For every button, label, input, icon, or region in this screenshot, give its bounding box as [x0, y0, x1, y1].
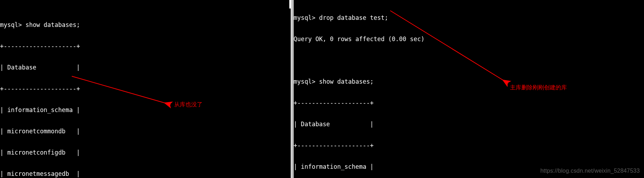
terminal-line: +--------------------+ [294, 99, 644, 106]
terminal-line [294, 57, 644, 64]
terminal-line: | micronetconfigdb | [0, 149, 291, 156]
terminal-line: Query OK, 0 rows affected (0.00 sec) [294, 35, 644, 43]
left-terminal-pane[interactable]: mysql> show databases; +----------------… [0, 0, 291, 178]
terminal-line: mysql> drop database test; [294, 14, 644, 21]
terminal-line: mysql> show databases; [0, 21, 291, 28]
terminal-line: | Database | [294, 121, 644, 128]
terminal-line: +--------------------+ [294, 142, 644, 149]
terminal-line: mysql> show databases; [294, 78, 644, 85]
terminal-line: +--------------------+ [0, 85, 291, 92]
watermark: https://blog.csdn.net/weixin_52847533 [540, 167, 640, 174]
terminal-line: +--------------------+ [0, 43, 291, 50]
terminal-line: | information_schema | [0, 106, 291, 113]
right-terminal-pane[interactable]: mysql> drop database test; Query OK, 0 r… [294, 0, 644, 178]
terminal-line: | micronetcommondb | [0, 128, 291, 135]
terminal-line: | micronetmessagedb | [0, 170, 291, 177]
terminal-line: | Database | [0, 64, 291, 71]
pane-separator[interactable] [291, 0, 294, 178]
